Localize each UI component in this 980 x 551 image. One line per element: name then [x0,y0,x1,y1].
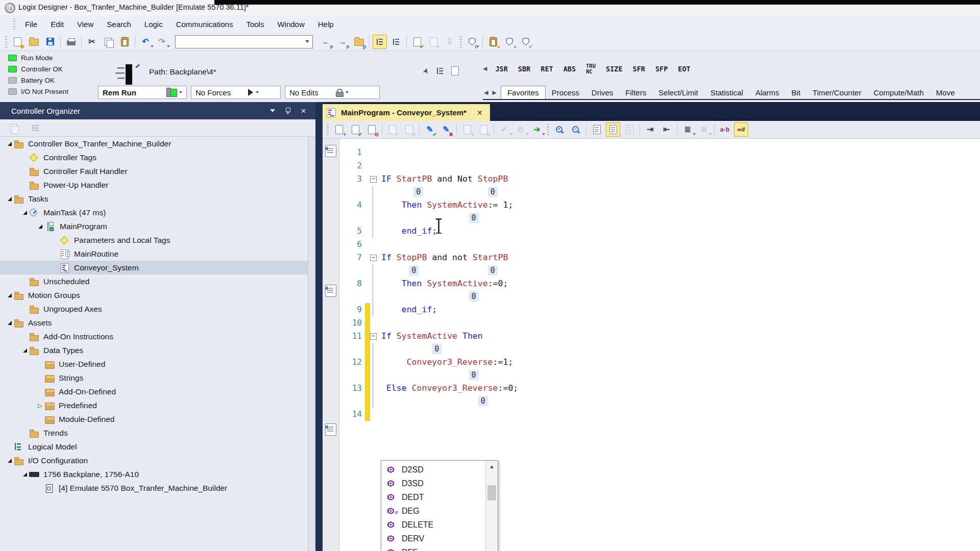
undo-button[interactable]: ↶ [138,35,153,49]
test-accept-button[interactable]: ✔ [497,122,511,137]
tree-item-data-types[interactable]: Data Types [0,343,308,357]
assemble-accept-button[interactable]: ▾ [460,122,474,137]
instruction-sfp[interactable]: SFP [655,65,668,73]
tree-item-i-o-configuration[interactable]: I/O Configuration [0,454,308,467]
verify-cancel-button[interactable]: ⊘ [364,122,379,137]
palette-tab-process[interactable]: Process [546,86,585,99]
tree-item-add-on-instructions[interactable]: Add-On Instructions [0,330,308,343]
region-marker-icon[interactable] [325,423,336,436]
scroll-up-icon[interactable]: ▲ [486,461,498,472]
save-button[interactable] [43,35,57,49]
tree-item-1756-backplane-1756-a10[interactable]: 1756 Backplane, 1756-A10 [0,467,308,481]
tree-item-controller-box-tranfer-machine-builder[interactable]: Controller Box_Tranfer_Machine_Builder [0,137,308,151]
search-next-button[interactable]: →p [335,35,350,49]
autocomplete-item-deg[interactable]: FDEG [381,504,485,518]
tree-item-add-on-defined[interactable]: Add-On-Defined [0,385,308,398]
search-combo[interactable] [175,35,313,48]
view-mixed-button[interactable] [622,122,636,137]
zoom-out-button[interactable] [569,122,583,137]
tree-item-logical-model[interactable]: Logical Model [0,440,308,454]
new-button[interactable]: ✱ [10,35,24,49]
verify-controller-button[interactable]: ✔ [410,35,424,49]
tree-item-controller-tags[interactable]: Controller Tags [0,151,308,164]
tree-item-unscheduled[interactable]: Unscheduled [0,274,308,288]
open-button[interactable] [27,35,41,49]
instruction-sfr[interactable]: SFR [633,65,645,73]
autocomplete-item-d2sd[interactable]: D2SD [381,463,485,477]
instruction-eot[interactable]: EOT [678,65,690,73]
download-button[interactable]: ⇩ [443,35,457,49]
palette-tab-move[interactable]: Move [930,86,961,99]
tree-item-parameters-and-local-tags[interactable]: Parameters and Local Tags [0,233,308,247]
redo-button[interactable]: ↷ [155,35,169,49]
tree-item-strings[interactable]: Strings [0,371,308,385]
instruction-tru-nc[interactable]: TRUNC [586,63,596,74]
pin-icon[interactable] [285,107,290,114]
tree-item-trends[interactable]: Trends [0,426,308,440]
uncomment-selection-button[interactable]: ≣ [697,122,711,137]
toggle-tree-view-button[interactable] [389,35,403,49]
toggle-structure-view-button[interactable] [373,35,387,49]
menu-window[interactable]: Window [271,18,311,31]
autocomplete-item-derv[interactable]: DERV [381,532,485,545]
toggle-neutral-text-button[interactable]: a·b [718,122,732,137]
palette-tab-statistical[interactable]: Statistical [704,86,749,99]
instruction-sbr[interactable]: SBR [518,65,530,73]
tree-item-mainroutine[interactable]: MainRoutine [0,247,308,261]
tree-item-assets[interactable]: Assets [0,316,308,330]
menu-view[interactable]: View [70,18,100,31]
cancel-edits-button[interactable]: ✎✖ [439,122,453,137]
tabs-scroll-left-icon[interactable]: ◀ [484,89,488,96]
tree-item-controller-fault-handler[interactable]: Controller Fault Handler [0,164,308,178]
paste-button[interactable] [117,35,132,49]
cancel-pending-button[interactable]: ⊘ [402,122,416,137]
tree-item-user-defined[interactable]: User-Defined [0,357,308,371]
zoom-in-button[interactable] [552,122,567,137]
organizer-treeview-button[interactable] [29,121,43,135]
clipboard-security-button[interactable]: ● [486,35,500,49]
tree-item-module-defined[interactable]: Module-Defined [0,412,308,426]
verify-routine-button[interactable]: ✔ [426,35,440,49]
tree-item-motion-groups[interactable]: Motion Groups [0,288,308,302]
menu-tools[interactable]: Tools [239,18,271,31]
tree-item-tasks[interactable]: Tasks [0,192,308,206]
menu-help[interactable]: Help [311,18,340,31]
autocomplete-scrollbar[interactable]: ▲ [485,461,498,551]
autocomplete-item-d3sd[interactable]: D3SD [381,477,485,490]
compare-icon[interactable] [451,66,459,76]
fold-collapse-icon[interactable] [370,330,381,343]
palette-tab-favorites[interactable]: Favorites [501,86,546,99]
edits-dropdown[interactable]: No Edits [285,86,380,99]
autocomplete-item-delete[interactable]: DELETE [381,518,485,532]
shield-permissions-button[interactable]: ✔ [519,35,533,49]
instruction-ret[interactable]: RET [541,65,553,73]
close-icon[interactable]: ✕ [301,108,306,114]
palette-tab-filters[interactable]: Filters [619,86,652,99]
fold-collapse-icon[interactable] [370,172,381,186]
test-cancel-button[interactable]: ⊘ [513,122,528,137]
autocomplete-item-dff[interactable]: DFF [381,545,485,551]
controller-security-button[interactable]: ⟳ [465,35,479,49]
new-st-element-button[interactable]: + [332,122,346,137]
view-text-button[interactable] [590,122,604,137]
tree-item-conveyor-system[interactable]: Conveyor_System [0,261,308,274]
network-browse-icon[interactable] [436,67,444,74]
palette-tab-timer-counter[interactable]: Timer/Counter [806,86,867,99]
tab-mainprogram-conveyor-system[interactable]: MainProgram - Conveyor_System* ✕ [323,104,490,121]
finalize-edits-button[interactable]: ➔ [530,122,544,137]
outdent-button[interactable]: ⇤ [659,122,674,137]
fold-collapse-icon[interactable] [370,251,381,264]
instruction-size[interactable]: SIZE [606,65,623,73]
cut-button[interactable]: ✂ [85,35,99,49]
window-position-icon[interactable] [270,109,275,112]
keyswitch-icon[interactable] [115,64,140,87]
menu-search[interactable]: Search [100,18,138,31]
menu-edit[interactable]: Edit [44,18,70,31]
shield-lock-button[interactable]: ● [502,35,517,49]
search-in-files-button[interactable]: p [352,35,366,49]
tabs-scroll-right-icon[interactable]: ▶ [492,89,496,96]
view-annotated-button[interactable] [606,122,620,137]
print-button[interactable] [64,35,78,49]
pointer-icon[interactable]: ➤ [421,66,431,76]
verify-accept-button[interactable]: ✔ [348,122,362,137]
